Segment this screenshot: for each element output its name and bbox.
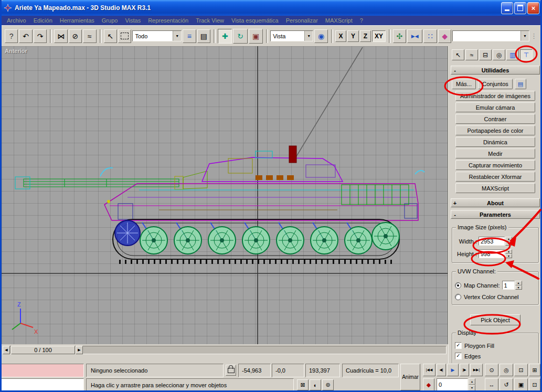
- tab-create[interactable]: ↖: [452, 49, 464, 60]
- select-by-name-button[interactable]: ▤: [197, 29, 210, 43]
- restrict-xy-plane-button[interactable]: XY: [372, 30, 385, 42]
- coordinate-z-field[interactable]: 193,397: [305, 364, 340, 377]
- restrict-y-button[interactable]: Y: [347, 30, 359, 42]
- current-frame-field[interactable]: 0: [437, 378, 468, 391]
- restore-button[interactable]: [514, 2, 526, 14]
- named-selection-dropdown[interactable]: ▼: [452, 30, 529, 41]
- key-mode-toggle[interactable]: ◆: [423, 378, 434, 391]
- select-and-link-button[interactable]: ⋈: [54, 29, 67, 43]
- utility-maxscript-button[interactable]: MAXScript: [455, 183, 535, 193]
- map-channel-field[interactable]: 1: [502, 281, 515, 290]
- utility-collapse-button[interactable]: Contraer: [455, 114, 535, 124]
- menu-grupo[interactable]: Grupo: [102, 17, 118, 24]
- spin-down-icon[interactable]: ▾: [515, 285, 522, 290]
- spin-up-icon[interactable]: ▴: [515, 281, 522, 285]
- toolbar-grip-handle[interactable]: ⋮: [530, 32, 537, 40]
- select-filter-button[interactable]: ≡: [183, 29, 196, 43]
- utilities-rollout-header[interactable]: - Utilidades: [451, 66, 540, 75]
- menu-representacion[interactable]: Representación: [148, 17, 188, 24]
- coordinate-system-dropdown[interactable]: Vista ▼: [270, 30, 313, 41]
- polygon-fill-checkbox[interactable]: ✓: [455, 342, 462, 349]
- spin-up-icon[interactable]: ▴: [469, 378, 475, 385]
- utility-reset-xform-button[interactable]: Restablecer Xformar: [455, 172, 535, 182]
- spin-down-icon[interactable]: ▾: [505, 254, 512, 259]
- tab-modify[interactable]: ≈: [465, 49, 478, 60]
- tab-utilities[interactable]: ⊤: [520, 49, 533, 60]
- zoom-button[interactable]: ⊙: [485, 364, 498, 376]
- coordinate-x-field[interactable]: -54,963: [238, 364, 271, 377]
- menu-personalizar[interactable]: Personalizar: [286, 17, 318, 24]
- array-button[interactable]: ∷: [423, 29, 437, 43]
- zoom-extents-button[interactable]: ⊡: [514, 364, 528, 376]
- select-and-rotate-button[interactable]: ↻: [233, 29, 247, 44]
- minimize-button[interactable]: [501, 2, 513, 14]
- selection-region-button[interactable]: [118, 29, 131, 43]
- parameters-rollout-header[interactable]: - Parameters: [451, 210, 540, 219]
- close-button[interactable]: ×: [527, 2, 539, 14]
- help-mode-button[interactable]: ?: [5, 29, 18, 43]
- tab-display[interactable]: ▥: [506, 49, 519, 60]
- selection-filter-dropdown[interactable]: Todo ▼: [132, 30, 182, 41]
- height-field[interactable]: 998: [479, 249, 505, 258]
- width-field[interactable]: 2953: [479, 237, 505, 246]
- coordinate-y-field[interactable]: -0,0: [272, 364, 304, 377]
- sets-button[interactable]: Conjuntos: [478, 79, 513, 89]
- time-slider-next-button[interactable]: ▶: [76, 346, 83, 354]
- align-button[interactable]: ◆: [438, 29, 451, 43]
- zoom-extents-all-button[interactable]: ⊡: [529, 378, 540, 391]
- go-to-end-button[interactable]: ▶▶|: [470, 364, 483, 376]
- select-and-scale-button[interactable]: ▣: [249, 29, 263, 44]
- maxscript-mini-listener-white[interactable]: [1, 378, 84, 391]
- restrict-x-button[interactable]: X: [335, 30, 347, 42]
- utility-image-manager-button[interactable]: Administrador de imágenes: [455, 91, 535, 101]
- menu-vista-esquematica[interactable]: Vista esquemática: [231, 17, 279, 24]
- mirror-button[interactable]: ▶◀: [407, 29, 422, 43]
- selection-lock-toggle[interactable]: [226, 365, 236, 376]
- current-frame-spinner[interactable]: ▴ ▾: [469, 378, 475, 391]
- zoom-region-button[interactable]: ⊞: [529, 364, 540, 376]
- crossing-selection-toggle[interactable]: ⊠: [297, 379, 309, 390]
- tab-hierarchy[interactable]: ⊟: [479, 49, 492, 60]
- utility-measure-button[interactable]: Medir: [455, 149, 535, 158]
- height-spinner[interactable]: ▴ ▾: [505, 249, 512, 258]
- snap-toggle[interactable]: ⊚: [322, 379, 334, 390]
- menu-edicion[interactable]: Edición: [34, 17, 52, 24]
- time-slider-prev-button[interactable]: ◀: [3, 346, 10, 354]
- animate-button[interactable]: Animar: [400, 364, 420, 390]
- degradation-override-toggle[interactable]: ◐: [310, 379, 321, 390]
- configure-sets-button[interactable]: ▤: [515, 79, 526, 89]
- inverse-kinematics-button[interactable]: ✣: [393, 29, 406, 43]
- front-viewport[interactable]: Anterior: [2, 46, 448, 344]
- arc-rotate-button[interactable]: ↺: [500, 378, 513, 391]
- pan-button[interactable]: ↔: [485, 378, 498, 391]
- menu-maxscript[interactable]: MAXScript: [325, 17, 353, 24]
- spin-up-icon[interactable]: ▴: [505, 249, 512, 254]
- vertex-color-radio[interactable]: [455, 294, 461, 300]
- restrict-z-button[interactable]: Z: [360, 30, 371, 42]
- menu-herramientas[interactable]: Herramientas: [60, 17, 94, 24]
- unlink-button[interactable]: ⊘: [69, 29, 82, 43]
- tab-motion[interactable]: ◎: [493, 49, 505, 60]
- menu-help[interactable]: ?: [360, 17, 363, 24]
- zoom-all-button[interactable]: ◎: [500, 364, 513, 376]
- spin-up-icon[interactable]: ▴: [505, 237, 512, 241]
- maxscript-mini-listener-pink[interactable]: [1, 364, 84, 377]
- menu-archivo[interactable]: Archivo: [7, 17, 26, 24]
- undo-button[interactable]: ↶: [19, 29, 32, 43]
- more-utilities-button[interactable]: Más...: [452, 79, 476, 89]
- play-button[interactable]: ▶: [447, 364, 459, 376]
- select-and-move-button[interactable]: ✚: [218, 29, 232, 44]
- spin-down-icon[interactable]: ▾: [505, 241, 512, 246]
- map-channel-spinner[interactable]: ▴ ▾: [515, 281, 522, 290]
- menu-vistas[interactable]: Vistas: [125, 17, 141, 24]
- width-spinner[interactable]: ▴ ▾: [505, 237, 512, 246]
- use-pivot-center-button[interactable]: ◉: [314, 29, 327, 43]
- spin-down-icon[interactable]: ▾: [469, 385, 475, 391]
- go-to-start-button[interactable]: |◀◀: [423, 364, 435, 376]
- pick-object-button[interactable]: Pick Object: [470, 314, 520, 325]
- min-max-toggle-button[interactable]: ▣: [514, 378, 528, 391]
- utility-color-clipboard-button[interactable]: Portapapeles de color: [455, 125, 535, 135]
- redo-button[interactable]: ↷: [34, 29, 47, 43]
- map-channel-radio[interactable]: [455, 282, 461, 289]
- time-slider-handle[interactable]: 0 / 100: [11, 346, 75, 354]
